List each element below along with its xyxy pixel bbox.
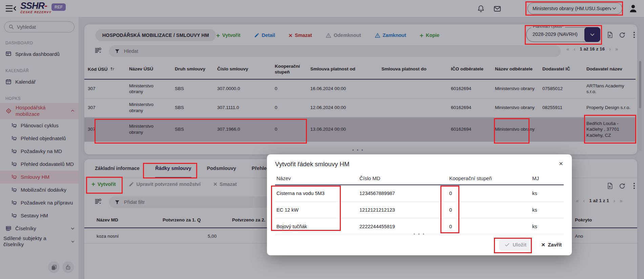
- modal-table: Název Číslo MD Kooperační stupeň MJ Cist…: [275, 173, 564, 235]
- check-icon: [504, 242, 510, 248]
- modal-col-header: Kooperační stupeň: [448, 173, 531, 185]
- modal-col-header: Číslo MD: [358, 173, 448, 185]
- modal-close-icon[interactable]: ×: [559, 160, 563, 167]
- save-button[interactable]: Uložit: [499, 239, 532, 251]
- modal-col-header: MJ: [531, 173, 564, 185]
- modal-col-header: Název: [275, 173, 358, 185]
- create-contract-row-modal: Vytvořit řádek smlouvy HM × Název Číslo …: [267, 154, 572, 255]
- modal-row[interactable]: Cisterna na vodu 5M312345678899870ks: [275, 185, 564, 201]
- modal-row[interactable]: EC 12 kW12121212121230ks: [275, 201, 564, 218]
- x-icon: ×: [541, 241, 545, 248]
- modal-header-row: Název Číslo MD Kooperační stupeň MJ: [275, 173, 564, 185]
- modal-title: Vytvořit řádek smlouvy HM: [275, 160, 349, 168]
- modal-row-expander[interactable]: • • •: [267, 232, 572, 236]
- close-button[interactable]: ×Zavřít: [541, 241, 562, 248]
